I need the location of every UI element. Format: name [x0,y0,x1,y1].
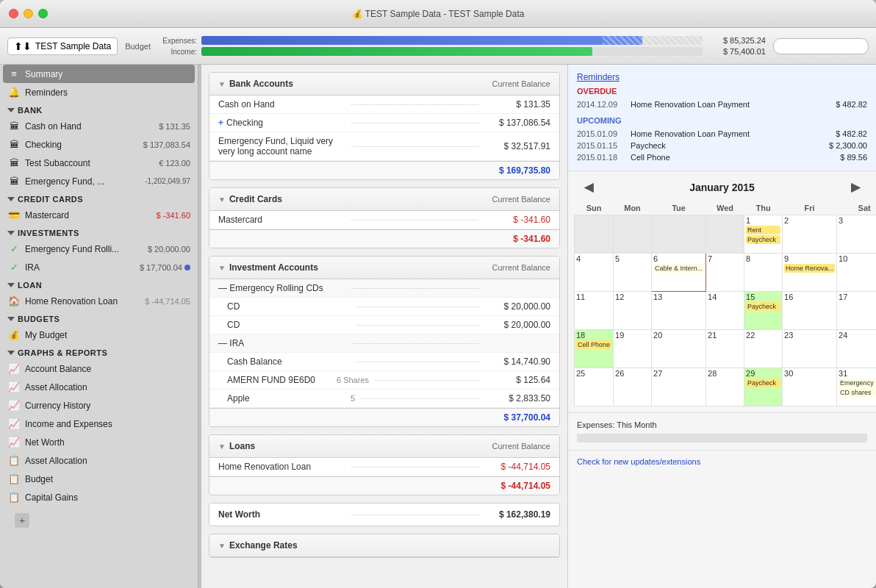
sidebar-item-budget-graph[interactable]: 📋 Budget [0,470,198,488]
investments-section-label: Investment Accounts [229,262,318,273]
checking-expand[interactable]: + [218,118,223,128]
cal-day-29[interactable]: 29Paycheck [744,368,783,406]
add-account-button[interactable]: + [15,513,29,528]
cal-day-25[interactable]: 25 [575,368,614,406]
cal-event-rent: Rent [746,226,780,234]
sidebar-item-ira[interactable]: ✓ IRA $ 17,700.04 [0,258,198,276]
apple-name: Apple [227,393,345,404]
cal-daynum-6: 6 [653,254,658,263]
credit-toggle-icon [7,197,15,201]
checking-dots [351,123,478,123]
cal-day-17[interactable]: 17 [837,292,876,330]
account-balance-graph-label: Account Balance [25,364,190,374]
cal-day-16[interactable]: 16 [783,292,837,330]
cal-day-27[interactable]: 27 [652,368,706,406]
sidebar-item-asset-allocation2[interactable]: 📋 Asset Allocation [0,451,198,470]
cal-day-19[interactable]: 19 [614,330,652,368]
sidebar-item-my-budget[interactable]: 💰 My Budget [0,326,198,344]
cal-daynum-7: 7 [708,254,712,263]
account-selector[interactable]: ⬆⬇ TEST Sample Data [7,37,118,55]
sidebar-item-checking[interactable]: 🏛 Checking $ 137,083.54 [0,135,198,154]
cal-day-21[interactable]: 21 [706,330,744,368]
cal-day-14[interactable]: 14 [706,292,744,330]
budgets-group-header[interactable]: BUDGETS [0,310,198,326]
invest-row-amern: AMERN FUND 9E6D0 6 Shares $ 125.64 [209,371,559,390]
bank-col-header: Current Balance [492,79,551,88]
cal-day-8[interactable]: 8 [744,254,783,292]
upcoming-row-3: 2015.01.18 Cell Phone $ 89.56 [577,151,867,163]
reminders-title[interactable]: Reminders [577,72,867,82]
sidebar-item-ef-rolling[interactable]: ✓ Emergency Fund Rolli... $ 20,000.00 [0,240,198,258]
cal-day-30[interactable]: 30 [783,368,837,406]
cal-day-6[interactable]: 6Cable & Intern... [652,254,706,292]
investments-group-header[interactable]: INVESTMENTS [0,224,198,240]
bank-icon2: 🏛 [7,139,21,150]
maximize-button[interactable] [38,9,48,18]
cal-day-12[interactable]: 12 [614,292,652,330]
sidebar-item-income-expenses[interactable]: 📈 Income and Expenses [0,415,198,433]
cd2-amount: $ 20,000.00 [484,320,550,330]
cal-day-18[interactable]: 18Cell Phone [575,330,614,368]
close-button[interactable] [9,9,18,18]
cal-header-mon: Mon [614,201,652,215]
sidebar-item-net-worth-graph[interactable]: 📈 Net Worth [0,433,198,451]
sidebar-item-home-loan[interactable]: 🏠 Home Renovation Loan $ -44,714.05 [0,292,198,310]
bank-group-header[interactable]: BANK [0,101,198,117]
credit-cards-group-header[interactable]: CREDIT CARDS [0,190,198,206]
loan-toggle-icon [7,283,15,287]
cal-day-2[interactable]: 2 [783,215,837,254]
budget-label: Budget [125,42,151,51]
cal-day-28[interactable]: 28 [706,368,744,406]
calendar-prev-button[interactable]: ◀ [580,180,597,194]
cal-day-10[interactable]: 10 [837,254,876,292]
sidebar-item-currency-history[interactable]: 📈 Currency History [0,396,198,415]
cal-day-4[interactable]: 4 [575,254,614,292]
ira-dots [351,343,478,344]
cal-day-22[interactable]: 22 [744,330,783,368]
cal-week-3: 11 12 13 14 15Paycheck 16 17 [575,292,877,330]
sidebar-item-reminders[interactable]: 🔔 Reminders [0,83,198,101]
emergency-row-amount: $ 32,517.91 [484,141,550,151]
sidebar-item-asset-allocation-graph[interactable]: 📈 Asset Allocation [0,378,198,396]
search-input[interactable] [773,38,869,54]
sidebar-item-capital-gains[interactable]: 📋 Capital Gains [0,488,198,506]
sidebar-item-cash[interactable]: 🏛 Cash on Hand $ 131.35 [0,117,198,135]
minimize-button[interactable] [24,9,33,18]
cal-day-31[interactable]: 31Emergency Fu...CD shares [837,368,876,406]
loan-group-header[interactable]: LOAN [0,276,198,292]
graphs-group-header[interactable]: GRAPHS & REPORTS [0,344,198,359]
cal-day-5[interactable]: 5 [614,254,652,292]
sidebar-item-summary[interactable]: ≡ Summary [3,65,195,83]
investments-toggle-icon [7,231,15,235]
cal-day-20[interactable]: 20 [652,330,706,368]
sidebar-item-mastercard[interactable]: 💳 Mastercard $ -341.60 [0,206,198,224]
cal-day-15[interactable]: 15Paycheck [744,292,783,330]
cal-day-23[interactable]: 23 [783,330,837,368]
invest-total-amount: $ 37,700.04 [484,412,550,423]
cal-day-3[interactable]: 3 [837,215,876,254]
cal-day-24[interactable]: 24 [837,330,876,368]
cal-daynum-13: 13 [653,293,662,301]
check-updates-link[interactable]: Check for new updates/extensions [577,457,700,466]
cal-day-1[interactable]: 1RentPaycheck [744,215,783,254]
sidebar-item-account-balance[interactable]: 📈 Account Balance [0,359,198,378]
ira-row-name: — IRA [218,338,345,348]
sidebar-item-emergency[interactable]: 🏛 Emergency Fund, ... -1,202,049.97 [0,172,198,190]
loans-col-header: Current Balance [492,442,551,451]
cal-day-26[interactable]: 26 [614,368,652,406]
sidebar-item-subaccount[interactable]: 🏛 Test Subaccount € 123.00 [0,154,198,172]
upcoming-label: UPCOMING [577,116,867,125]
summary-label: Summary [25,69,190,79]
cal-daynum-27: 27 [653,369,662,378]
cal-day-9[interactable]: 9Home Renova... [783,254,837,292]
income-expenses-label: Income and Expenses [25,419,190,429]
cal-day-7[interactable]: 7 [706,254,744,292]
bank-group-label: BANK [18,106,43,115]
checking-row-name: + Checking [218,118,345,128]
amern-name: AMERN FUND 9E6D0 [227,375,331,385]
chart-icon2: 📈 [7,381,21,392]
calendar-day-headers: Sun Mon Tue Wed Thu Fri Sat [575,201,877,215]
cal-day-13[interactable]: 13 [652,292,706,330]
calendar-next-button[interactable]: ▶ [847,180,864,194]
cal-day-11[interactable]: 11 [575,292,614,330]
